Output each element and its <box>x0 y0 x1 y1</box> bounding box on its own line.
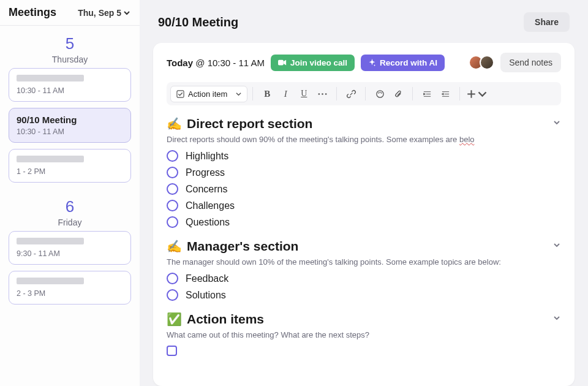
list-item[interactable]: Concerns <box>167 183 561 195</box>
section-emoji: ✍️ <box>167 116 182 131</box>
list-item-label: Highlights <box>186 151 228 162</box>
section-toggle[interactable] <box>552 241 561 252</box>
palette-icon <box>375 89 385 99</box>
link-icon <box>347 89 356 99</box>
attach-button[interactable] <box>389 85 407 102</box>
main-panel: 90/10 Meeting Share Today @ 10:30 - 11 A… <box>140 0 588 386</box>
section-title: ✅Action items <box>167 312 264 327</box>
outdent-button[interactable] <box>436 85 454 102</box>
section-description: Direct reports should own 90% of the mee… <box>167 135 561 144</box>
meeting-card: Today @ 10:30 - 11 AM Join video call Re… <box>153 43 575 386</box>
list-item[interactable]: Feedback <box>167 273 561 284</box>
day-number: 5 <box>9 34 131 53</box>
list-item[interactable]: Highlights <box>167 150 561 162</box>
chevron-down-icon <box>478 89 487 99</box>
more-format-button[interactable] <box>313 85 331 102</box>
placeholder-title <box>17 238 84 244</box>
svg-point-2 <box>318 93 320 95</box>
date-picker[interactable]: Thu, Sep 5 <box>78 8 130 18</box>
section-toggle[interactable] <box>552 118 561 129</box>
svg-point-3 <box>322 93 323 95</box>
day-name: Friday <box>9 218 131 227</box>
chevron-down-icon <box>124 10 130 16</box>
meeting-time: 1 - 2 PM <box>17 167 123 176</box>
radio-icon[interactable] <box>167 150 178 162</box>
svg-rect-0 <box>278 60 284 66</box>
join-video-button[interactable]: Join video call <box>271 55 355 71</box>
chevron-down-icon <box>552 118 561 127</box>
editor-toolbar: Action item B I U <box>167 82 561 105</box>
section-toggle[interactable] <box>552 314 561 325</box>
italic-button[interactable]: I <box>276 85 295 102</box>
radio-icon[interactable] <box>167 200 178 211</box>
day-header: 6Friday <box>0 189 140 231</box>
placeholder-title <box>17 278 84 284</box>
radio-icon[interactable] <box>167 216 178 228</box>
list-item[interactable] <box>167 346 561 356</box>
radio-icon[interactable] <box>167 183 178 195</box>
list-item-label: Progress <box>186 167 225 178</box>
radio-icon[interactable] <box>167 289 178 301</box>
sidebar-meeting-card[interactable]: 2 - 3 PM <box>9 271 131 305</box>
radio-icon[interactable] <box>167 273 178 284</box>
meeting-time: 10:30 - 11 AM <box>17 86 123 95</box>
sidebar-meeting-card[interactable]: 90/10 Meeting10:30 - 11 AM <box>9 108 131 143</box>
underline-button[interactable]: U <box>295 85 313 102</box>
bold-button[interactable]: B <box>258 85 276 102</box>
list-item-label: Solutions <box>186 290 226 301</box>
outdent-icon <box>441 89 450 99</box>
section-description: What came out of this meeting? What are … <box>167 330 561 339</box>
list-item[interactable]: Questions <box>167 216 561 228</box>
list-item-label: Questions <box>186 217 230 228</box>
meeting-time: 10:30 - 11 AM <box>17 127 123 136</box>
checkbox-icon[interactable] <box>167 346 177 356</box>
meeting-list: 10:30 - 11 AM90/10 Meeting10:30 - 11 AM1… <box>0 68 140 189</box>
list-item[interactable]: Solutions <box>167 289 561 301</box>
check-list <box>167 346 561 356</box>
meeting-title: 90/10 Meeting <box>17 115 123 125</box>
avatar[interactable] <box>480 55 494 70</box>
day-name: Thursday <box>9 55 131 64</box>
attendee-avatars[interactable] <box>472 55 494 70</box>
video-icon <box>278 59 287 66</box>
sidebar-meeting-card[interactable]: 1 - 2 PM <box>9 149 131 183</box>
sidebar-meeting-card[interactable]: 10:30 - 11 AM <box>9 68 131 102</box>
svg-point-4 <box>325 93 327 95</box>
list-item[interactable]: Progress <box>167 167 561 178</box>
list-item-label: Concerns <box>186 184 227 195</box>
paperclip-icon <box>394 89 403 99</box>
placeholder-title <box>17 156 84 162</box>
indent-button[interactable] <box>418 85 436 102</box>
section-emoji: ✅ <box>167 312 182 327</box>
check-list: HighlightsProgressConcernsChallengesQues… <box>167 150 561 228</box>
block-type-dropdown[interactable]: Action item <box>170 86 247 102</box>
meeting-card-top: Today @ 10:30 - 11 AM Join video call Re… <box>167 53 561 72</box>
list-item-label: Challenges <box>186 200 235 211</box>
section-description: The manager should own 10% of the meetin… <box>167 257 561 267</box>
chevron-down-icon <box>552 241 561 249</box>
send-notes-button[interactable]: Send notes <box>500 53 561 72</box>
color-button[interactable] <box>371 85 389 102</box>
record-ai-button[interactable]: Record with AI <box>361 55 445 71</box>
svg-point-7 <box>379 91 380 93</box>
page-title: 90/10 Meeting <box>158 15 238 29</box>
link-button[interactable] <box>342 85 360 102</box>
radio-icon[interactable] <box>167 167 178 178</box>
chevron-down-icon <box>552 314 561 322</box>
sidebar-header: Meetings Thu, Sep 5 <box>0 0 140 26</box>
note-section: ✅Action items What came out of this meet… <box>167 312 561 356</box>
sidebar-title: Meetings <box>9 6 56 19</box>
share-button[interactable]: Share <box>524 12 570 32</box>
date-picker-label: Thu, Sep 5 <box>78 8 121 18</box>
add-block-button[interactable] <box>465 85 488 102</box>
sidebar: Meetings Thu, Sep 5 5Thursday10:30 - 11 … <box>0 0 140 386</box>
sidebar-meeting-card[interactable]: 9:30 - 11 AM <box>9 231 131 265</box>
indent-icon <box>423 89 432 99</box>
checkbox-icon <box>176 90 184 98</box>
plus-icon <box>467 89 476 99</box>
section-title: ✍️Manager's section <box>167 239 298 254</box>
day-header: 5Thursday <box>0 26 140 68</box>
svg-point-5 <box>377 90 383 97</box>
check-list: FeedbackSolutions <box>167 273 561 301</box>
list-item[interactable]: Challenges <box>167 200 561 211</box>
